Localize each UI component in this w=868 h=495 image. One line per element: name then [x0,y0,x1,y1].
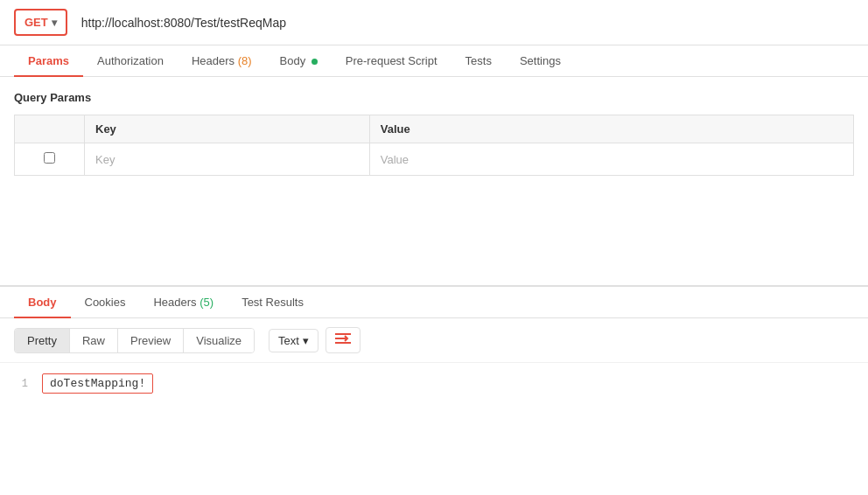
tab-body[interactable]: Body [266,45,332,76]
col-action [710,115,853,143]
param-value-cell[interactable]: Value [369,143,710,176]
format-raw[interactable]: Raw [70,329,118,352]
method-button[interactable]: GET ▾ [14,9,67,36]
method-label: GET [24,16,48,29]
col-value: Value [369,115,710,143]
query-params-title: Query Params [14,91,854,104]
request-panel: Query Params Key Value Key Value [0,77,868,287]
tab-authorization[interactable]: Authorization [83,45,178,76]
tab-settings[interactable]: Settings [506,45,575,76]
response-tab-body[interactable]: Body [14,287,71,317]
wrap-button[interactable] [326,327,360,353]
tab-params[interactable]: Params [14,45,83,76]
param-key-cell[interactable]: Key [85,143,370,176]
method-chevron: ▾ [52,17,57,29]
request-tabs: Params Authorization Headers (8) Body Pr… [0,45,868,77]
code-area: 1 doTestMapping! [0,363,868,404]
param-key-placeholder: Key [95,153,115,166]
format-pretty[interactable]: Pretty [15,329,70,352]
code-value-1: doTestMapping! [42,373,153,394]
code-line-1: 1 doTestMapping! [14,373,854,394]
tab-pre-request-script[interactable]: Pre-request Script [332,45,452,76]
tab-tests[interactable]: Tests [452,45,506,76]
headers-badge: (8) [238,54,252,67]
format-preview[interactable]: Preview [118,329,184,352]
param-checkbox-cell[interactable] [15,143,85,176]
line-number-1: 1 [14,378,28,390]
body-dot [312,59,318,65]
col-key: Key [85,115,370,143]
param-value-placeholder: Value [381,153,409,166]
param-row: Key Value [15,143,854,176]
url-bar: GET ▾ [0,0,868,45]
query-params-table: Key Value Key Value [14,115,854,176]
response-headers-badge: (5) [200,296,214,309]
response-tab-headers[interactable]: Headers (5) [139,287,228,317]
format-bar: Pretty Raw Preview Visualize Text ▾ [0,318,868,363]
format-group: Pretty Raw Preview Visualize [14,328,255,353]
format-visualize[interactable]: Visualize [184,329,254,352]
tab-headers[interactable]: Headers (8) [178,45,266,76]
param-checkbox[interactable] [44,152,55,164]
response-tab-cookies[interactable]: Cookies [71,287,140,317]
text-format-select[interactable]: Text ▾ [269,329,318,352]
url-input[interactable] [74,10,854,35]
response-tab-test-results[interactable]: Test Results [228,287,318,317]
text-format-label: Text [278,334,299,347]
response-tabs: Body Cookies Headers (5) Test Results [0,287,868,318]
param-action-cell [710,143,853,176]
col-checkbox [15,115,85,143]
text-format-chevron: ▾ [303,334,309,347]
